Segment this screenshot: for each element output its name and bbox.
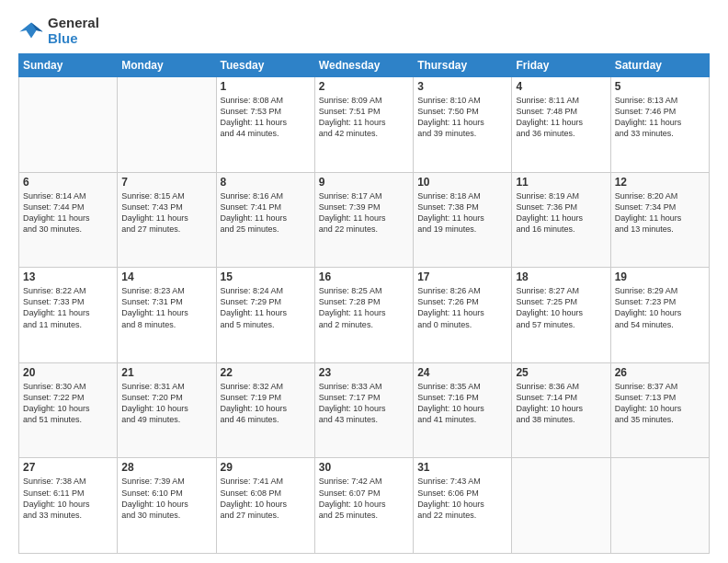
- day-number: 24: [417, 366, 507, 379]
- cell-info: Sunrise: 8:35 AM Sunset: 7:16 PM Dayligh…: [417, 381, 507, 426]
- calendar-cell: 25Sunrise: 8:36 AM Sunset: 7:14 PM Dayli…: [512, 362, 610, 458]
- calendar-cell: [19, 77, 118, 173]
- calendar-cell: 12Sunrise: 8:20 AM Sunset: 7:34 PM Dayli…: [610, 172, 709, 268]
- calendar-cell: 31Sunrise: 7:43 AM Sunset: 6:06 PM Dayli…: [414, 458, 512, 554]
- day-number: 10: [417, 176, 507, 189]
- cell-info: Sunrise: 8:33 AM Sunset: 7:17 PM Dayligh…: [319, 381, 409, 426]
- calendar-cell: 18Sunrise: 8:27 AM Sunset: 7:25 PM Dayli…: [512, 268, 610, 363]
- calendar-cell: 20Sunrise: 8:30 AM Sunset: 7:22 PM Dayli…: [19, 362, 118, 458]
- day-number: 28: [121, 461, 211, 474]
- cell-info: Sunrise: 8:37 AM Sunset: 7:13 PM Dayligh…: [615, 381, 705, 426]
- day-number: 9: [319, 176, 409, 189]
- day-number: 29: [221, 461, 311, 474]
- day-number: 12: [615, 176, 705, 189]
- day-number: 18: [516, 270, 606, 283]
- calendar-cell: 17Sunrise: 8:26 AM Sunset: 7:26 PM Dayli…: [414, 268, 512, 363]
- calendar-cell: 30Sunrise: 7:42 AM Sunset: 6:07 PM Dayli…: [314, 458, 413, 554]
- calendar-cell: 8Sunrise: 8:16 AM Sunset: 7:41 PM Daylig…: [216, 172, 314, 268]
- calendar-cell: 15Sunrise: 8:24 AM Sunset: 7:29 PM Dayli…: [216, 268, 314, 363]
- cell-info: Sunrise: 8:27 AM Sunset: 7:25 PM Dayligh…: [516, 285, 606, 330]
- day-number: 5: [615, 80, 705, 93]
- cell-info: Sunrise: 8:11 AM Sunset: 7:48 PM Dayligh…: [516, 95, 606, 140]
- day-number: 19: [615, 270, 705, 283]
- logo-icon: [18, 17, 44, 43]
- cell-info: Sunrise: 7:43 AM Sunset: 6:06 PM Dayligh…: [417, 476, 507, 521]
- calendar-cell: 9Sunrise: 8:17 AM Sunset: 7:39 PM Daylig…: [314, 172, 413, 268]
- day-number: 6: [23, 176, 113, 189]
- cell-info: Sunrise: 8:30 AM Sunset: 7:22 PM Dayligh…: [23, 381, 113, 426]
- calendar-cell: [512, 458, 610, 554]
- day-number: 7: [121, 176, 211, 189]
- day-number: 27: [23, 461, 113, 474]
- day-number: 31: [417, 461, 507, 474]
- calendar-cell: 1Sunrise: 8:08 AM Sunset: 7:53 PM Daylig…: [216, 77, 314, 173]
- day-number: 20: [23, 366, 113, 379]
- calendar-cell: 10Sunrise: 8:18 AM Sunset: 7:38 PM Dayli…: [414, 172, 512, 268]
- calendar-cell: 26Sunrise: 8:37 AM Sunset: 7:13 PM Dayli…: [610, 362, 709, 458]
- day-number: 13: [23, 270, 113, 283]
- day-number: 4: [516, 80, 606, 93]
- calendar-cell: 2Sunrise: 8:09 AM Sunset: 7:51 PM Daylig…: [314, 77, 413, 173]
- cell-info: Sunrise: 7:39 AM Sunset: 6:10 PM Dayligh…: [121, 476, 211, 521]
- calendar-cell: [610, 458, 709, 554]
- day-number: 11: [516, 176, 606, 189]
- cell-info: Sunrise: 8:18 AM Sunset: 7:38 PM Dayligh…: [417, 190, 507, 236]
- cell-info: Sunrise: 8:36 AM Sunset: 7:14 PM Dayligh…: [516, 381, 606, 426]
- calendar-table: SundayMondayTuesdayWednesdayThursdayFrid…: [18, 53, 710, 554]
- calendar-cell: [118, 77, 216, 173]
- cell-info: Sunrise: 8:24 AM Sunset: 7:29 PM Dayligh…: [221, 285, 311, 330]
- calendar-cell: 22Sunrise: 8:32 AM Sunset: 7:19 PM Dayli…: [216, 362, 314, 458]
- header-row: SundayMondayTuesdayWednesdayThursdayFrid…: [19, 54, 710, 77]
- calendar-cell: 3Sunrise: 8:10 AM Sunset: 7:50 PM Daylig…: [414, 77, 512, 173]
- calendar-cell: 11Sunrise: 8:19 AM Sunset: 7:36 PM Dayli…: [512, 172, 610, 268]
- week-row-3: 13Sunrise: 8:22 AM Sunset: 7:33 PM Dayli…: [19, 268, 710, 363]
- calendar-cell: 23Sunrise: 8:33 AM Sunset: 7:17 PM Dayli…: [314, 362, 413, 458]
- cell-info: Sunrise: 8:09 AM Sunset: 7:51 PM Dayligh…: [319, 95, 409, 140]
- cell-info: Sunrise: 8:10 AM Sunset: 7:50 PM Dayligh…: [417, 95, 507, 140]
- col-header-saturday: Saturday: [610, 54, 709, 77]
- day-number: 3: [417, 80, 507, 93]
- calendar-cell: 28Sunrise: 7:39 AM Sunset: 6:10 PM Dayli…: [118, 458, 216, 554]
- col-header-tuesday: Tuesday: [216, 54, 314, 77]
- calendar-cell: 21Sunrise: 8:31 AM Sunset: 7:20 PM Dayli…: [118, 362, 216, 458]
- logo-text: General Blue: [48, 15, 99, 46]
- week-row-4: 20Sunrise: 8:30 AM Sunset: 7:22 PM Dayli…: [19, 362, 710, 458]
- cell-info: Sunrise: 8:08 AM Sunset: 7:53 PM Dayligh…: [221, 95, 311, 140]
- calendar-cell: 13Sunrise: 8:22 AM Sunset: 7:33 PM Dayli…: [19, 268, 118, 363]
- week-row-2: 6Sunrise: 8:14 AM Sunset: 7:44 PM Daylig…: [19, 172, 710, 268]
- col-header-thursday: Thursday: [414, 54, 512, 77]
- cell-info: Sunrise: 8:25 AM Sunset: 7:28 PM Dayligh…: [319, 285, 409, 330]
- day-number: 26: [615, 366, 705, 379]
- day-number: 8: [221, 176, 311, 189]
- col-header-sunday: Sunday: [19, 54, 118, 77]
- calendar-cell: 6Sunrise: 8:14 AM Sunset: 7:44 PM Daylig…: [19, 172, 118, 268]
- cell-info: Sunrise: 8:15 AM Sunset: 7:43 PM Dayligh…: [121, 190, 211, 236]
- week-row-5: 27Sunrise: 7:38 AM Sunset: 6:11 PM Dayli…: [19, 458, 710, 554]
- day-number: 16: [319, 270, 409, 283]
- cell-info: Sunrise: 8:22 AM Sunset: 7:33 PM Dayligh…: [23, 285, 113, 330]
- cell-info: Sunrise: 7:42 AM Sunset: 6:07 PM Dayligh…: [319, 476, 409, 521]
- header: General Blue: [18, 15, 710, 46]
- calendar-cell: 7Sunrise: 8:15 AM Sunset: 7:43 PM Daylig…: [118, 172, 216, 268]
- cell-info: Sunrise: 8:32 AM Sunset: 7:19 PM Dayligh…: [221, 381, 311, 426]
- col-header-friday: Friday: [512, 54, 610, 77]
- calendar-cell: 29Sunrise: 7:41 AM Sunset: 6:08 PM Dayli…: [216, 458, 314, 554]
- logo: General Blue: [18, 15, 99, 46]
- calendar-cell: 19Sunrise: 8:29 AM Sunset: 7:23 PM Dayli…: [610, 268, 709, 363]
- cell-info: Sunrise: 7:38 AM Sunset: 6:11 PM Dayligh…: [23, 476, 113, 521]
- cell-info: Sunrise: 8:29 AM Sunset: 7:23 PM Dayligh…: [615, 285, 705, 330]
- cell-info: Sunrise: 8:26 AM Sunset: 7:26 PM Dayligh…: [417, 285, 507, 330]
- cell-info: Sunrise: 8:31 AM Sunset: 7:20 PM Dayligh…: [121, 381, 211, 426]
- day-number: 17: [417, 270, 507, 283]
- col-header-monday: Monday: [118, 54, 216, 77]
- day-number: 2: [319, 80, 409, 93]
- col-header-wednesday: Wednesday: [314, 54, 413, 77]
- cell-info: Sunrise: 8:14 AM Sunset: 7:44 PM Dayligh…: [23, 190, 113, 236]
- calendar-cell: 14Sunrise: 8:23 AM Sunset: 7:31 PM Dayli…: [118, 268, 216, 363]
- calendar-cell: 5Sunrise: 8:13 AM Sunset: 7:46 PM Daylig…: [610, 77, 709, 173]
- calendar-cell: 27Sunrise: 7:38 AM Sunset: 6:11 PM Dayli…: [19, 458, 118, 554]
- day-number: 25: [516, 366, 606, 379]
- cell-info: Sunrise: 8:16 AM Sunset: 7:41 PM Dayligh…: [221, 190, 311, 236]
- day-number: 21: [121, 366, 211, 379]
- page: General Blue SundayMondayTuesdayWednesda…: [0, 0, 728, 563]
